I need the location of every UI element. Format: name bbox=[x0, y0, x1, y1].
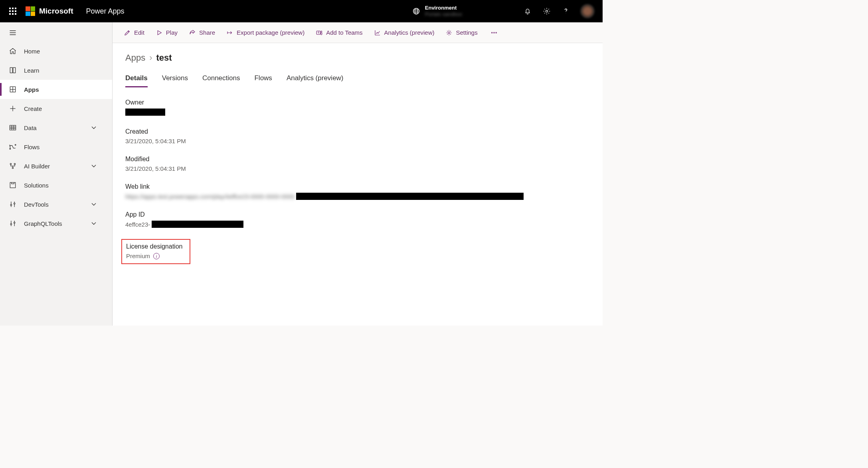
settings-button[interactable] bbox=[537, 2, 556, 21]
tab-analytics[interactable]: Analytics (preview) bbox=[287, 74, 344, 87]
sidebar-item-home[interactable]: Home bbox=[0, 41, 112, 61]
hamburger-icon bbox=[9, 29, 17, 37]
sidebar-item-graphqltools[interactable]: GraphQLTools bbox=[0, 214, 112, 233]
ms-logo[interactable]: Microsoft bbox=[26, 6, 73, 16]
svg-point-9 bbox=[12, 167, 13, 168]
sidebar: Home Learn Apps Create Data Flows AI Bui… bbox=[0, 22, 113, 326]
cmd-play[interactable]: Play bbox=[156, 29, 178, 36]
svg-point-20 bbox=[496, 32, 496, 33]
svg-rect-10 bbox=[10, 182, 15, 188]
chevron-down-icon bbox=[90, 219, 98, 227]
cmd-label: Play bbox=[166, 29, 178, 36]
environment-picker[interactable]: Environment Portals sandbox bbox=[412, 5, 462, 17]
weblink-prefix: https://apps.test.powerapps.com/play/4ef… bbox=[125, 193, 295, 200]
help-icon bbox=[562, 6, 570, 16]
notifications-button[interactable] bbox=[518, 2, 537, 21]
info-icon[interactable]: i bbox=[153, 253, 160, 259]
gear-icon bbox=[543, 7, 551, 15]
ai-icon bbox=[9, 162, 17, 170]
svg-point-12 bbox=[14, 203, 15, 204]
sidebar-item-learn[interactable]: Learn bbox=[0, 61, 112, 80]
cmd-more[interactable] bbox=[489, 29, 499, 36]
svg-rect-4 bbox=[10, 125, 16, 130]
tools-icon bbox=[9, 219, 17, 227]
gear-icon bbox=[445, 29, 453, 36]
license-value: Premium bbox=[126, 253, 150, 259]
svg-point-13 bbox=[10, 223, 12, 225]
breadcrumb-root[interactable]: Apps bbox=[125, 53, 145, 63]
command-bar: Edit Play Share Export package (preview)… bbox=[113, 22, 603, 43]
data-icon bbox=[9, 124, 17, 132]
sidebar-item-label: Learn bbox=[24, 67, 39, 74]
appid-label: App ID bbox=[125, 211, 590, 218]
analytics-icon bbox=[374, 29, 381, 36]
sidebar-item-solutions[interactable]: Solutions bbox=[0, 176, 112, 195]
svg-point-8 bbox=[14, 163, 15, 164]
apps-icon bbox=[9, 85, 17, 93]
cmd-settings[interactable]: Settings bbox=[445, 29, 477, 36]
svg-point-16 bbox=[321, 31, 322, 32]
chevron-down-icon bbox=[90, 124, 98, 132]
app-launcher[interactable] bbox=[3, 2, 22, 21]
weblink-redacted bbox=[296, 193, 524, 200]
tab-flows[interactable]: Flows bbox=[254, 74, 272, 87]
plus-icon bbox=[9, 105, 17, 113]
breadcrumb-current: test bbox=[156, 53, 172, 63]
tab-connections[interactable]: Connections bbox=[202, 74, 240, 87]
sidebar-item-label: Create bbox=[24, 105, 42, 112]
svg-point-18 bbox=[491, 32, 492, 33]
license-label: License designation bbox=[126, 243, 182, 250]
avatar[interactable] bbox=[580, 4, 595, 18]
tab-details[interactable]: Details bbox=[125, 74, 148, 87]
chevron-down-icon bbox=[90, 162, 98, 170]
ms-logo-icon bbox=[26, 6, 35, 16]
brand-text: Microsoft bbox=[39, 7, 73, 16]
cmd-export[interactable]: Export package (preview) bbox=[226, 29, 304, 36]
flows-icon bbox=[9, 143, 17, 151]
created-label: Created bbox=[125, 128, 590, 135]
chevron-down-icon bbox=[90, 200, 98, 208]
bell-icon bbox=[524, 7, 532, 15]
sidebar-item-label: DevTools bbox=[24, 201, 49, 208]
pencil-icon bbox=[124, 29, 131, 36]
sidebar-item-ai-builder[interactable]: AI Builder bbox=[0, 156, 112, 176]
cmd-label: Share bbox=[199, 29, 215, 36]
svg-point-6 bbox=[15, 144, 16, 146]
owner-label: Owner bbox=[125, 99, 590, 106]
tools-icon bbox=[9, 200, 17, 208]
svg-point-19 bbox=[493, 32, 494, 33]
home-icon bbox=[9, 47, 17, 55]
cmd-analytics[interactable]: Analytics (preview) bbox=[374, 29, 435, 36]
cmd-label: Edit bbox=[134, 29, 144, 36]
sidebar-item-label: AI Builder bbox=[24, 163, 50, 170]
solutions-icon bbox=[9, 181, 17, 189]
tab-versions[interactable]: Versions bbox=[162, 74, 188, 87]
ellipsis-icon bbox=[490, 29, 498, 36]
sidebar-item-devtools[interactable]: DevTools bbox=[0, 195, 112, 214]
sidebar-toggle[interactable] bbox=[0, 24, 112, 41]
sidebar-item-apps[interactable]: Apps bbox=[0, 80, 112, 99]
play-icon bbox=[156, 29, 163, 36]
sidebar-item-label: Apps bbox=[24, 86, 39, 93]
sidebar-item-label: Home bbox=[24, 48, 40, 55]
svg-point-14 bbox=[14, 222, 15, 223]
sidebar-item-create[interactable]: Create bbox=[0, 99, 112, 118]
help-button[interactable] bbox=[556, 2, 575, 21]
export-icon bbox=[226, 29, 233, 36]
modified-label: Modified bbox=[125, 156, 590, 163]
svg-point-17 bbox=[448, 32, 450, 34]
owner-value-redacted bbox=[125, 109, 165, 116]
cmd-share[interactable]: Share bbox=[189, 29, 215, 36]
teams-icon bbox=[316, 29, 323, 36]
sidebar-item-label: GraphQLTools bbox=[24, 220, 62, 227]
weblink-label: Web link bbox=[125, 183, 590, 190]
breadcrumb: Apps › test bbox=[125, 53, 590, 63]
sidebar-item-flows[interactable]: Flows bbox=[0, 137, 112, 156]
modified-value: 3/21/2020, 5:04:31 PM bbox=[125, 165, 590, 172]
appid-prefix: 4effce23- bbox=[125, 221, 150, 228]
sidebar-item-label: Solutions bbox=[24, 182, 49, 189]
cmd-edit[interactable]: Edit bbox=[124, 29, 144, 36]
sidebar-item-data[interactable]: Data bbox=[0, 118, 112, 137]
cmd-add-to-teams[interactable]: Add to Teams bbox=[316, 29, 362, 36]
chevron-right-icon: › bbox=[149, 53, 152, 63]
